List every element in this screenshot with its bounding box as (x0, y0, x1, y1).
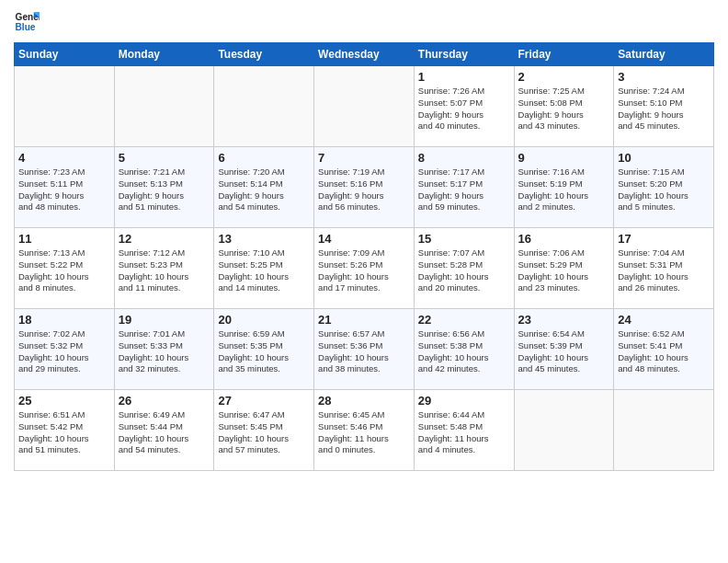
calendar-cell: 20Sunrise: 6:59 AM Sunset: 5:35 PM Dayli… (214, 309, 314, 390)
calendar-cell: 19Sunrise: 7:01 AM Sunset: 5:33 PM Dayli… (114, 309, 214, 390)
calendar-cell: 4Sunrise: 7:23 AM Sunset: 5:11 PM Daylig… (15, 147, 115, 228)
calendar-week-row: 4Sunrise: 7:23 AM Sunset: 5:11 PM Daylig… (15, 147, 714, 228)
calendar-cell (514, 390, 614, 471)
weekday-header-friday: Friday (514, 43, 614, 66)
day-info: Sunrise: 7:10 AM Sunset: 5:25 PM Dayligh… (218, 247, 310, 294)
calendar-cell: 11Sunrise: 7:13 AM Sunset: 5:22 PM Dayli… (15, 228, 115, 309)
calendar-cell: 27Sunrise: 6:47 AM Sunset: 5:45 PM Dayli… (214, 390, 314, 471)
day-number: 1 (418, 70, 510, 84)
day-number: 15 (418, 232, 510, 246)
calendar-cell (214, 66, 314, 147)
calendar-cell: 12Sunrise: 7:12 AM Sunset: 5:23 PM Dayli… (114, 228, 214, 309)
day-info: Sunrise: 7:24 AM Sunset: 5:10 PM Dayligh… (618, 86, 710, 132)
calendar-cell: 3Sunrise: 7:24 AM Sunset: 5:10 PM Daylig… (614, 66, 714, 147)
calendar-cell: 25Sunrise: 6:51 AM Sunset: 5:42 PM Dayli… (15, 390, 115, 471)
day-number: 16 (518, 232, 610, 246)
day-number: 7 (318, 151, 410, 165)
day-info: Sunrise: 6:59 AM Sunset: 5:35 PM Dayligh… (218, 328, 310, 375)
weekday-header-row: SundayMondayTuesdayWednesdayThursdayFrid… (15, 43, 714, 66)
day-number: 6 (218, 151, 310, 165)
day-number: 27 (218, 394, 310, 408)
calendar-cell: 13Sunrise: 7:10 AM Sunset: 5:25 PM Dayli… (214, 228, 314, 309)
day-info: Sunrise: 7:07 AM Sunset: 5:28 PM Dayligh… (418, 247, 510, 294)
calendar-cell: 5Sunrise: 7:21 AM Sunset: 5:13 PM Daylig… (114, 147, 214, 228)
day-number: 24 (618, 313, 710, 327)
day-number: 12 (119, 232, 210, 246)
svg-text:Blue: Blue (16, 22, 36, 32)
calendar-cell: 24Sunrise: 6:52 AM Sunset: 5:41 PM Dayli… (614, 309, 714, 390)
weekday-header-wednesday: Wednesday (314, 43, 415, 66)
day-info: Sunrise: 6:57 AM Sunset: 5:36 PM Dayligh… (318, 328, 410, 375)
day-number: 21 (318, 313, 410, 327)
calendar-cell: 2Sunrise: 7:25 AM Sunset: 5:08 PM Daylig… (514, 66, 614, 147)
day-info: Sunrise: 7:21 AM Sunset: 5:13 PM Dayligh… (119, 167, 210, 213)
weekday-header-monday: Monday (114, 43, 214, 66)
day-info: Sunrise: 7:23 AM Sunset: 5:11 PM Dayligh… (18, 167, 110, 213)
calendar-cell: 29Sunrise: 6:44 AM Sunset: 5:48 PM Dayli… (414, 390, 514, 471)
calendar-cell: 15Sunrise: 7:07 AM Sunset: 5:28 PM Dayli… (414, 228, 514, 309)
day-number: 10 (618, 151, 710, 165)
day-info: Sunrise: 6:47 AM Sunset: 5:45 PM Dayligh… (218, 409, 310, 456)
calendar-cell: 21Sunrise: 6:57 AM Sunset: 5:36 PM Dayli… (314, 309, 415, 390)
day-info: Sunrise: 7:26 AM Sunset: 5:07 PM Dayligh… (418, 86, 510, 132)
day-number: 22 (418, 313, 510, 327)
day-info: Sunrise: 7:13 AM Sunset: 5:22 PM Dayligh… (18, 247, 110, 294)
day-number: 26 (119, 394, 210, 408)
header: General Blue (14, 9, 714, 35)
calendar-cell: 10Sunrise: 7:15 AM Sunset: 5:20 PM Dayli… (614, 147, 714, 228)
day-number: 8 (418, 151, 510, 165)
calendar-cell: 23Sunrise: 6:54 AM Sunset: 5:39 PM Dayli… (514, 309, 614, 390)
day-info: Sunrise: 7:25 AM Sunset: 5:08 PM Dayligh… (518, 86, 610, 132)
day-number: 14 (318, 232, 410, 246)
day-number: 23 (518, 313, 610, 327)
day-info: Sunrise: 6:56 AM Sunset: 5:38 PM Dayligh… (418, 328, 510, 375)
day-info: Sunrise: 7:01 AM Sunset: 5:33 PM Dayligh… (119, 328, 210, 375)
calendar-cell (614, 390, 714, 471)
day-info: Sunrise: 6:52 AM Sunset: 5:41 PM Dayligh… (618, 328, 710, 375)
calendar-cell: 17Sunrise: 7:04 AM Sunset: 5:31 PM Dayli… (614, 228, 714, 309)
day-info: Sunrise: 7:17 AM Sunset: 5:17 PM Dayligh… (418, 167, 510, 213)
day-info: Sunrise: 6:54 AM Sunset: 5:39 PM Dayligh… (518, 328, 610, 375)
calendar-table: SundayMondayTuesdayWednesdayThursdayFrid… (14, 42, 714, 471)
calendar-cell (314, 66, 415, 147)
calendar-cell: 18Sunrise: 7:02 AM Sunset: 5:32 PM Dayli… (15, 309, 115, 390)
weekday-header-tuesday: Tuesday (214, 43, 314, 66)
day-number: 13 (218, 232, 310, 246)
calendar-week-row: 11Sunrise: 7:13 AM Sunset: 5:22 PM Dayli… (15, 228, 714, 309)
day-number: 28 (318, 394, 410, 408)
calendar-cell: 16Sunrise: 7:06 AM Sunset: 5:29 PM Dayli… (514, 228, 614, 309)
day-info: Sunrise: 7:15 AM Sunset: 5:20 PM Dayligh… (618, 167, 710, 213)
day-number: 17 (618, 232, 710, 246)
calendar-cell: 26Sunrise: 6:49 AM Sunset: 5:44 PM Dayli… (114, 390, 214, 471)
calendar-cell: 6Sunrise: 7:20 AM Sunset: 5:14 PM Daylig… (214, 147, 314, 228)
calendar-cell (114, 66, 214, 147)
calendar-cell: 8Sunrise: 7:17 AM Sunset: 5:17 PM Daylig… (414, 147, 514, 228)
day-info: Sunrise: 7:04 AM Sunset: 5:31 PM Dayligh… (618, 247, 710, 294)
day-number: 29 (418, 394, 510, 408)
day-info: Sunrise: 7:06 AM Sunset: 5:29 PM Dayligh… (518, 247, 610, 294)
logo-icon: General Blue (14, 9, 40, 35)
day-number: 19 (119, 313, 210, 327)
calendar-cell: 9Sunrise: 7:16 AM Sunset: 5:19 PM Daylig… (514, 147, 614, 228)
day-number: 2 (518, 70, 610, 84)
day-info: Sunrise: 7:19 AM Sunset: 5:16 PM Dayligh… (318, 167, 410, 213)
day-info: Sunrise: 7:20 AM Sunset: 5:14 PM Dayligh… (218, 167, 310, 213)
calendar-week-row: 18Sunrise: 7:02 AM Sunset: 5:32 PM Dayli… (15, 309, 714, 390)
day-number: 4 (18, 151, 110, 165)
weekday-header-saturday: Saturday (614, 43, 714, 66)
calendar-cell (15, 66, 115, 147)
calendar-week-row: 1Sunrise: 7:26 AM Sunset: 5:07 PM Daylig… (15, 66, 714, 147)
logo: General Blue (14, 9, 45, 35)
calendar-cell: 22Sunrise: 6:56 AM Sunset: 5:38 PM Dayli… (414, 309, 514, 390)
day-number: 25 (18, 394, 110, 408)
day-info: Sunrise: 7:16 AM Sunset: 5:19 PM Dayligh… (518, 167, 610, 213)
day-info: Sunrise: 7:12 AM Sunset: 5:23 PM Dayligh… (119, 247, 210, 294)
calendar-cell: 28Sunrise: 6:45 AM Sunset: 5:46 PM Dayli… (314, 390, 415, 471)
day-number: 18 (18, 313, 110, 327)
day-info: Sunrise: 7:02 AM Sunset: 5:32 PM Dayligh… (18, 328, 110, 375)
calendar-week-row: 25Sunrise: 6:51 AM Sunset: 5:42 PM Dayli… (15, 390, 714, 471)
day-info: Sunrise: 6:49 AM Sunset: 5:44 PM Dayligh… (119, 409, 210, 456)
calendar-cell: 7Sunrise: 7:19 AM Sunset: 5:16 PM Daylig… (314, 147, 415, 228)
day-number: 11 (18, 232, 110, 246)
weekday-header-thursday: Thursday (414, 43, 514, 66)
